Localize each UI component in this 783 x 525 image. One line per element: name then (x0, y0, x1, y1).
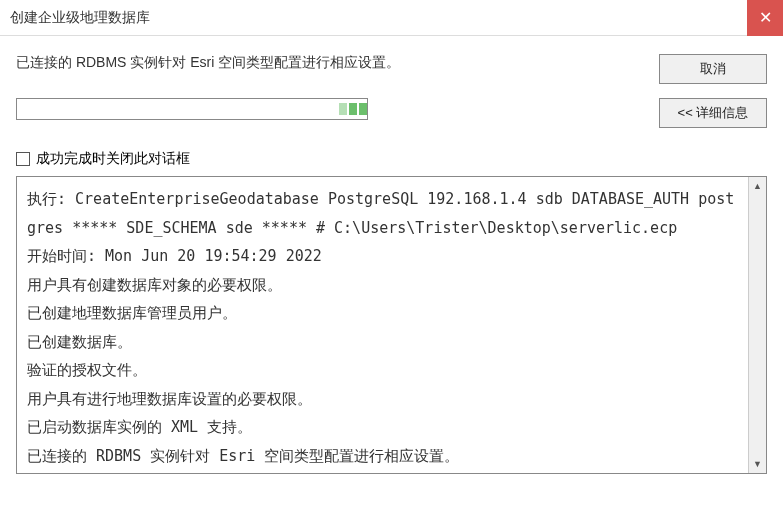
scrollbar[interactable]: ▲ ▼ (748, 177, 766, 473)
log-text[interactable]: 执行: CreateEnterpriseGeodatabase PostgreS… (17, 177, 748, 473)
close-icon: ✕ (759, 8, 772, 27)
progress-bar (16, 98, 368, 120)
dialog-content: 已连接的 RDBMS 实例针对 Esri 空间类型配置进行相应设置。 取消 <<… (0, 36, 783, 484)
close-on-success-label: 成功完成时关闭此对话框 (36, 150, 190, 168)
close-on-success-row: 成功完成时关闭此对话框 (16, 150, 767, 168)
chevron-down-icon: ▼ (753, 459, 762, 469)
left-column: 已连接的 RDBMS 实例针对 Esri 空间类型配置进行相应设置。 (16, 54, 641, 120)
cancel-button[interactable]: 取消 (659, 54, 767, 84)
scroll-track[interactable] (749, 195, 766, 455)
close-button[interactable]: ✕ (747, 0, 783, 36)
scroll-up-button[interactable]: ▲ (749, 177, 766, 195)
status-message: 已连接的 RDBMS 实例针对 Esri 空间类型配置进行相应设置。 (16, 54, 641, 72)
details-button[interactable]: << 详细信息 (659, 98, 767, 128)
right-column: 取消 << 详细信息 (659, 54, 767, 128)
chevron-up-icon: ▲ (753, 181, 762, 191)
close-on-success-checkbox[interactable] (16, 152, 30, 166)
scroll-down-button[interactable]: ▼ (749, 455, 766, 473)
window-title: 创建企业级地理数据库 (10, 9, 150, 27)
titlebar: 创建企业级地理数据库 ✕ (0, 0, 783, 36)
progress-indicator (339, 103, 367, 115)
log-area: 执行: CreateEnterpriseGeodatabase PostgreS… (16, 176, 767, 474)
top-row: 已连接的 RDBMS 实例针对 Esri 空间类型配置进行相应设置。 取消 <<… (16, 54, 767, 128)
